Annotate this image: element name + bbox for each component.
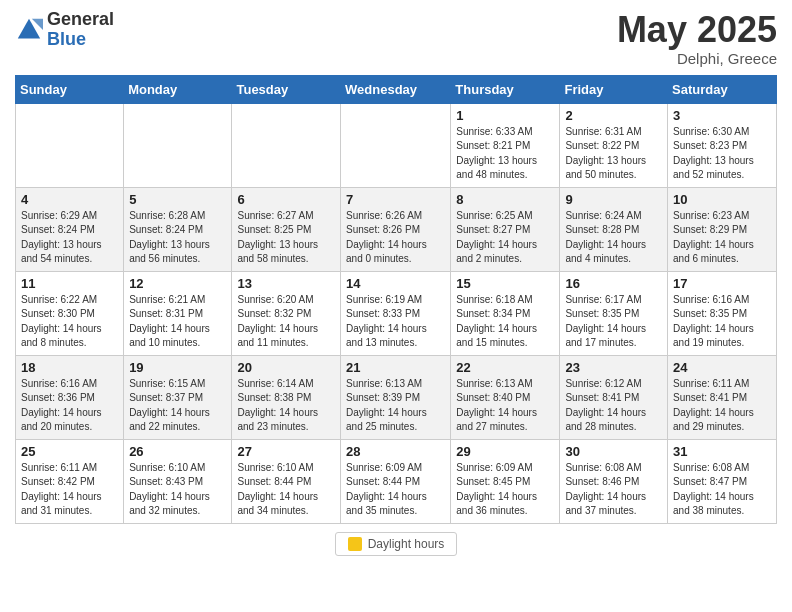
calendar-cell (232, 103, 341, 187)
day-info: Sunrise: 6:31 AM Sunset: 8:22 PM Dayligh… (565, 125, 662, 183)
location: Delphi, Greece (617, 50, 777, 67)
calendar-cell: 31Sunrise: 6:08 AM Sunset: 8:47 PM Dayli… (668, 439, 777, 523)
footer-box: Daylight hours (335, 532, 458, 556)
logo-icon (15, 16, 43, 44)
day-info: Sunrise: 6:21 AM Sunset: 8:31 PM Dayligh… (129, 293, 226, 351)
weekday-header-thursday: Thursday (451, 75, 560, 103)
day-info: Sunrise: 6:17 AM Sunset: 8:35 PM Dayligh… (565, 293, 662, 351)
day-number: 27 (237, 444, 335, 459)
calendar-cell: 7Sunrise: 6:26 AM Sunset: 8:26 PM Daylig… (341, 187, 451, 271)
day-info: Sunrise: 6:13 AM Sunset: 8:40 PM Dayligh… (456, 377, 554, 435)
day-number: 20 (237, 360, 335, 375)
day-info: Sunrise: 6:09 AM Sunset: 8:44 PM Dayligh… (346, 461, 445, 519)
calendar-cell: 14Sunrise: 6:19 AM Sunset: 8:33 PM Dayli… (341, 271, 451, 355)
calendar-cell: 9Sunrise: 6:24 AM Sunset: 8:28 PM Daylig… (560, 187, 668, 271)
calendar-cell: 2Sunrise: 6:31 AM Sunset: 8:22 PM Daylig… (560, 103, 668, 187)
day-info: Sunrise: 6:15 AM Sunset: 8:37 PM Dayligh… (129, 377, 226, 435)
day-info: Sunrise: 6:26 AM Sunset: 8:26 PM Dayligh… (346, 209, 445, 267)
weekday-header-friday: Friday (560, 75, 668, 103)
day-info: Sunrise: 6:16 AM Sunset: 8:36 PM Dayligh… (21, 377, 118, 435)
calendar-cell: 24Sunrise: 6:11 AM Sunset: 8:41 PM Dayli… (668, 355, 777, 439)
day-number: 30 (565, 444, 662, 459)
day-number: 23 (565, 360, 662, 375)
weekday-header-tuesday: Tuesday (232, 75, 341, 103)
day-number: 7 (346, 192, 445, 207)
day-number: 1 (456, 108, 554, 123)
day-info: Sunrise: 6:19 AM Sunset: 8:33 PM Dayligh… (346, 293, 445, 351)
footer: Daylight hours (15, 532, 777, 556)
day-info: Sunrise: 6:14 AM Sunset: 8:38 PM Dayligh… (237, 377, 335, 435)
day-number: 19 (129, 360, 226, 375)
day-info: Sunrise: 6:08 AM Sunset: 8:46 PM Dayligh… (565, 461, 662, 519)
title-block: May 2025 Delphi, Greece (617, 10, 777, 67)
calendar-cell: 3Sunrise: 6:30 AM Sunset: 8:23 PM Daylig… (668, 103, 777, 187)
day-info: Sunrise: 6:29 AM Sunset: 8:24 PM Dayligh… (21, 209, 118, 267)
calendar-week-2: 4Sunrise: 6:29 AM Sunset: 8:24 PM Daylig… (16, 187, 777, 271)
day-number: 28 (346, 444, 445, 459)
day-info: Sunrise: 6:24 AM Sunset: 8:28 PM Dayligh… (565, 209, 662, 267)
day-info: Sunrise: 6:11 AM Sunset: 8:41 PM Dayligh… (673, 377, 771, 435)
calendar-cell: 5Sunrise: 6:28 AM Sunset: 8:24 PM Daylig… (124, 187, 232, 271)
day-number: 5 (129, 192, 226, 207)
day-number: 24 (673, 360, 771, 375)
calendar-cell (341, 103, 451, 187)
calendar-cell (124, 103, 232, 187)
day-number: 10 (673, 192, 771, 207)
day-info: Sunrise: 6:10 AM Sunset: 8:43 PM Dayligh… (129, 461, 226, 519)
calendar-cell: 17Sunrise: 6:16 AM Sunset: 8:35 PM Dayli… (668, 271, 777, 355)
calendar-cell: 25Sunrise: 6:11 AM Sunset: 8:42 PM Dayli… (16, 439, 124, 523)
day-number: 9 (565, 192, 662, 207)
calendar-cell: 16Sunrise: 6:17 AM Sunset: 8:35 PM Dayli… (560, 271, 668, 355)
page-header: General Blue May 2025 Delphi, Greece (15, 10, 777, 67)
calendar-cell: 20Sunrise: 6:14 AM Sunset: 8:38 PM Dayli… (232, 355, 341, 439)
calendar-week-3: 11Sunrise: 6:22 AM Sunset: 8:30 PM Dayli… (16, 271, 777, 355)
day-info: Sunrise: 6:27 AM Sunset: 8:25 PM Dayligh… (237, 209, 335, 267)
weekday-header-saturday: Saturday (668, 75, 777, 103)
logo: General Blue (15, 10, 114, 50)
month-title: May 2025 (617, 10, 777, 50)
day-number: 21 (346, 360, 445, 375)
calendar-cell: 18Sunrise: 6:16 AM Sunset: 8:36 PM Dayli… (16, 355, 124, 439)
day-info: Sunrise: 6:23 AM Sunset: 8:29 PM Dayligh… (673, 209, 771, 267)
day-number: 29 (456, 444, 554, 459)
day-info: Sunrise: 6:10 AM Sunset: 8:44 PM Dayligh… (237, 461, 335, 519)
calendar-week-4: 18Sunrise: 6:16 AM Sunset: 8:36 PM Dayli… (16, 355, 777, 439)
weekday-header-sunday: Sunday (16, 75, 124, 103)
weekday-header-monday: Monday (124, 75, 232, 103)
day-number: 31 (673, 444, 771, 459)
logo-general: General (47, 10, 114, 30)
day-number: 18 (21, 360, 118, 375)
day-number: 25 (21, 444, 118, 459)
calendar-cell: 21Sunrise: 6:13 AM Sunset: 8:39 PM Dayli… (341, 355, 451, 439)
calendar-cell: 28Sunrise: 6:09 AM Sunset: 8:44 PM Dayli… (341, 439, 451, 523)
day-number: 4 (21, 192, 118, 207)
calendar-table: SundayMondayTuesdayWednesdayThursdayFrid… (15, 75, 777, 524)
day-info: Sunrise: 6:22 AM Sunset: 8:30 PM Dayligh… (21, 293, 118, 351)
day-info: Sunrise: 6:20 AM Sunset: 8:32 PM Dayligh… (237, 293, 335, 351)
day-number: 14 (346, 276, 445, 291)
day-info: Sunrise: 6:08 AM Sunset: 8:47 PM Dayligh… (673, 461, 771, 519)
logo-text: General Blue (47, 10, 114, 50)
footer-label: Daylight hours (368, 537, 445, 551)
calendar-cell: 1Sunrise: 6:33 AM Sunset: 8:21 PM Daylig… (451, 103, 560, 187)
day-info: Sunrise: 6:13 AM Sunset: 8:39 PM Dayligh… (346, 377, 445, 435)
day-number: 6 (237, 192, 335, 207)
calendar-cell: 13Sunrise: 6:20 AM Sunset: 8:32 PM Dayli… (232, 271, 341, 355)
calendar-week-5: 25Sunrise: 6:11 AM Sunset: 8:42 PM Dayli… (16, 439, 777, 523)
day-info: Sunrise: 6:16 AM Sunset: 8:35 PM Dayligh… (673, 293, 771, 351)
day-info: Sunrise: 6:25 AM Sunset: 8:27 PM Dayligh… (456, 209, 554, 267)
calendar-cell: 4Sunrise: 6:29 AM Sunset: 8:24 PM Daylig… (16, 187, 124, 271)
calendar-cell: 26Sunrise: 6:10 AM Sunset: 8:43 PM Dayli… (124, 439, 232, 523)
day-number: 22 (456, 360, 554, 375)
day-number: 17 (673, 276, 771, 291)
calendar-cell: 30Sunrise: 6:08 AM Sunset: 8:46 PM Dayli… (560, 439, 668, 523)
day-info: Sunrise: 6:09 AM Sunset: 8:45 PM Dayligh… (456, 461, 554, 519)
calendar-cell: 27Sunrise: 6:10 AM Sunset: 8:44 PM Dayli… (232, 439, 341, 523)
day-info: Sunrise: 6:11 AM Sunset: 8:42 PM Dayligh… (21, 461, 118, 519)
day-info: Sunrise: 6:30 AM Sunset: 8:23 PM Dayligh… (673, 125, 771, 183)
day-number: 13 (237, 276, 335, 291)
calendar-cell: 19Sunrise: 6:15 AM Sunset: 8:37 PM Dayli… (124, 355, 232, 439)
day-number: 2 (565, 108, 662, 123)
day-info: Sunrise: 6:33 AM Sunset: 8:21 PM Dayligh… (456, 125, 554, 183)
calendar-cell (16, 103, 124, 187)
